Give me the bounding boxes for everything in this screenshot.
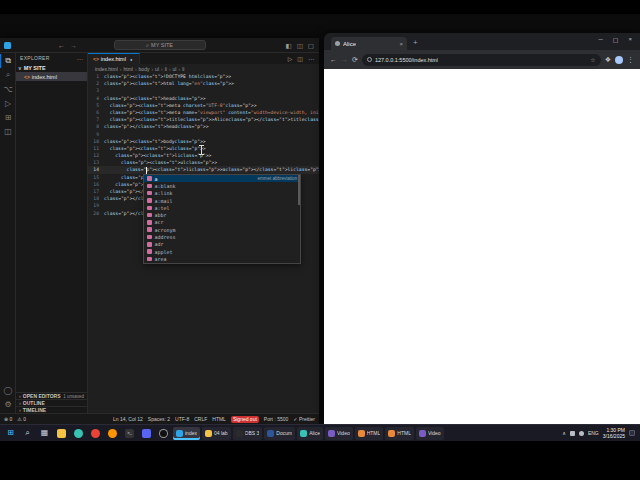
taskbar-window-folder-04-lab[interactable]: 04 lab xyxy=(202,427,231,440)
suggestion-item[interactable]: acr xyxy=(144,219,300,226)
taskbar-window-video-2[interactable]: Video xyxy=(416,427,444,440)
breadcrumb-item[interactable]: li xyxy=(182,66,184,72)
suggestion-item[interactable]: adr xyxy=(144,241,300,248)
taskbar-task-view-button[interactable]: ▦ xyxy=(37,427,52,440)
suggestion-item[interactable]: a:tel xyxy=(144,204,300,211)
breadcrumb-item[interactable]: body xyxy=(139,66,150,72)
browser-menu-icon[interactable]: ⋮ xyxy=(627,56,634,64)
taskbar-edge-browser[interactable] xyxy=(71,427,86,440)
prettier-status[interactable]: ✓ Prettier xyxy=(293,416,315,422)
hidden-icons-chevron[interactable]: ∧ xyxy=(562,430,566,436)
taskbar-window-vscode[interactable]: index xyxy=(173,427,200,440)
notification-icon[interactable] xyxy=(629,430,635,436)
suggestion-item[interactable]: address xyxy=(144,233,300,240)
browser-refresh-icon[interactable]: ⟳ xyxy=(352,56,358,64)
suggestion-item[interactable]: aemmet abbreviation xyxy=(144,175,300,182)
encoding-status[interactable]: UTF-8 xyxy=(175,416,189,422)
editor-action-icon-3[interactable]: ⋯ xyxy=(308,55,314,62)
taskbar-window-html-2[interactable]: HTML xyxy=(385,427,414,440)
suggestion-item[interactable]: a:mail xyxy=(144,197,300,204)
indentation-status[interactable]: Spaces: 2 xyxy=(148,416,170,422)
taskbar-window-obs[interactable]: OBS 3 xyxy=(233,427,263,440)
taskbar-window-word-document[interactable]: Docum xyxy=(264,427,295,440)
cursor-position-status[interactable]: Ln 14, Col 12 xyxy=(113,416,143,422)
obs-studio-icon xyxy=(159,429,168,438)
address-bar[interactable]: 127.0.0.1:5500/index.html ☆ xyxy=(362,54,601,66)
explorer-icon[interactable]: ⧉ xyxy=(0,54,15,68)
folder-name: MY SITE xyxy=(24,65,46,71)
modified-dot-icon[interactable]: ● xyxy=(130,57,132,62)
browser-forward-icon[interactable]: → xyxy=(341,56,348,63)
browser-back-icon[interactable]: ← xyxy=(330,56,337,63)
layout-toggle-icon-1[interactable]: ◧ xyxy=(286,41,292,50)
errors-status[interactable]: ⊗ 0 xyxy=(4,416,12,422)
suggestion-item[interactable]: abbr xyxy=(144,211,300,218)
suggestion-item[interactable]: a:link xyxy=(144,190,300,197)
editor-action-icon-2[interactable]: ◫ xyxy=(297,55,303,62)
taskbar-window-video-1[interactable]: Video xyxy=(325,427,353,440)
language-mode-status[interactable]: HTML xyxy=(212,416,226,422)
taskbar: ⊞⌕▦>_index04 labOBS 3DocumAliceVideoHTML… xyxy=(0,424,640,441)
taskbar-search-button[interactable]: ⌕ xyxy=(20,427,35,440)
sidebar-section-timeline[interactable]: ›TIMELINE xyxy=(16,406,87,413)
layout-toggle-icon-3[interactable]: ▢ xyxy=(308,41,314,50)
suggestion-item[interactable]: a:blank xyxy=(144,182,300,189)
remote-explorer-icon[interactable]: ◫ xyxy=(0,124,15,138)
breadcrumb-item[interactable]: li xyxy=(165,66,167,72)
breadcrumb-item[interactable]: ul xyxy=(173,66,177,72)
new-tab-icon[interactable]: + xyxy=(413,38,418,48)
suggestion-item[interactable]: acronym xyxy=(144,226,300,233)
video-2-icon xyxy=(419,430,426,437)
live-server-port-status[interactable]: Port : 5500 xyxy=(264,416,288,422)
command-center-search[interactable]: ⌕ MY SITE xyxy=(114,40,206,50)
run-debug-icon[interactable]: ▷ xyxy=(0,96,15,110)
taskbar-terminal[interactable]: >_ xyxy=(122,427,137,440)
site-info-icon[interactable] xyxy=(367,57,372,62)
volume-icon[interactable] xyxy=(579,431,584,436)
popup-scrollbar[interactable] xyxy=(298,175,300,205)
network-icon[interactable] xyxy=(570,431,575,436)
browser-tab-alice[interactable]: Alice × xyxy=(331,37,407,50)
profile-avatar[interactable] xyxy=(615,56,623,64)
source-control-icon[interactable]: ⌥ xyxy=(0,82,15,96)
search-icon[interactable]: ⌕ xyxy=(0,68,15,82)
taskbar-chrome-browser[interactable] xyxy=(88,427,103,440)
tab-index-html[interactable]: <> index.html ● xyxy=(88,53,140,64)
suggestion-label: applet xyxy=(155,249,173,255)
account-icon[interactable]: ◯ xyxy=(0,383,15,397)
taskbar-window-html-1[interactable]: HTML xyxy=(355,427,384,440)
warnings-status[interactable]: ⚠ 0 xyxy=(17,416,26,422)
taskbar-discord[interactable] xyxy=(139,427,154,440)
breadcrumb-item[interactable]: ul xyxy=(155,66,159,72)
extensions-icon[interactable]: ❖ xyxy=(605,56,611,64)
layout-toggle-icon-2[interactable]: ◫ xyxy=(297,41,303,50)
editor-action-icon-1[interactable]: ▷ xyxy=(288,55,293,62)
settings-icon[interactable]: ⚙ xyxy=(0,397,15,411)
back-arrow-icon[interactable]: ← xyxy=(58,41,65,50)
taskbar-obs-studio[interactable] xyxy=(156,427,171,440)
sidebar-section-open-editors[interactable]: ›OPEN EDITORS1 unsaved xyxy=(16,392,87,399)
signed-out-status[interactable]: Signed out xyxy=(231,416,259,423)
eol-status[interactable]: CRLF xyxy=(194,416,207,422)
taskbar-start-button[interactable]: ⊞ xyxy=(3,427,18,440)
bookmark-star-icon[interactable]: ☆ xyxy=(590,56,595,63)
sidebar-file-index-html[interactable]: <> index.html xyxy=(16,72,87,81)
taskbar-firefox-browser[interactable] xyxy=(105,427,120,440)
window-minimize-icon[interactable]: ─ xyxy=(599,36,603,43)
more-actions-icon[interactable]: ⋯ xyxy=(77,55,83,62)
breadcrumb-item[interactable]: index.html xyxy=(95,66,118,72)
sidebar-section-outline[interactable]: ›OUTLINE xyxy=(16,399,87,406)
extensions-icon[interactable]: ⊞ xyxy=(0,110,15,124)
forward-arrow-icon[interactable]: → xyxy=(70,41,77,50)
taskbar-file-explorer[interactable] xyxy=(54,427,69,440)
tab-close-icon[interactable]: × xyxy=(399,41,403,47)
language-indicator[interactable]: ENG xyxy=(588,430,599,436)
taskbar-window-browser-alice[interactable]: Alice xyxy=(297,427,323,440)
window-close-icon[interactable]: × xyxy=(628,36,632,43)
clock[interactable]: 1:30 PM3/16/2025 xyxy=(603,427,625,439)
suggestion-item[interactable]: applet xyxy=(144,248,300,255)
sidebar-folder-my-site[interactable]: ∨ MY SITE xyxy=(16,63,87,72)
suggestion-item[interactable]: area xyxy=(144,255,300,262)
window-maximize-icon[interactable]: ▢ xyxy=(613,36,619,43)
breadcrumb-item[interactable]: html xyxy=(123,66,132,72)
